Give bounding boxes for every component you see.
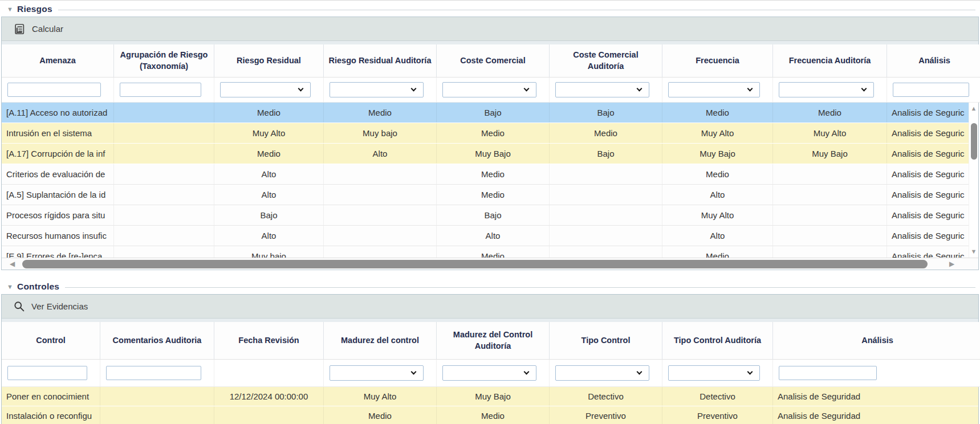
controles-section-header: ▼ Controles — [0, 279, 980, 294]
filter-select-5[interactable] — [442, 365, 536, 381]
table-row[interactable]: Instalación o reconfiguMedioMedioPrevent… — [2, 406, 978, 424]
cell: Medio — [324, 406, 437, 424]
cell: Muy Alto — [662, 205, 773, 225]
riesgos-column-headers: AmenazaAgrupación de Riesgo (Taxonomía)R… — [2, 44, 980, 78]
scroll-left-icon[interactable]: ◀ — [10, 259, 15, 269]
table-row[interactable]: [A.17] Corrupción de la infMedioAltoMuy … — [2, 144, 978, 164]
cell — [550, 185, 662, 205]
filter-input-9[interactable] — [893, 83, 969, 97]
cell: Medio — [662, 164, 773, 184]
calcular-button[interactable]: Calcular — [9, 23, 68, 35]
cell: Alto — [662, 226, 773, 246]
filter-cell — [662, 360, 773, 386]
cell: Analisis de Seguridad — [773, 406, 978, 424]
section-title-riesgos: Riesgos — [17, 4, 52, 14]
column-header-7[interactable]: Frecuencia — [662, 44, 773, 77]
column-header-2[interactable]: Agrupación de Riesgo (Taxonomía) — [114, 44, 214, 77]
column-header-9[interactable]: Análisis — [887, 44, 980, 77]
cell: Analisis de Seguric — [887, 164, 978, 184]
horizontal-scrollbar[interactable]: ◀ ▶ — [2, 258, 978, 270]
collapse-icon[interactable]: ▼ — [7, 284, 17, 290]
column-header-2[interactable]: Comentarios Auditoria — [100, 322, 214, 359]
filter-cell — [214, 360, 324, 386]
filter-cell — [2, 78, 114, 102]
table-row[interactable]: [E.9] Errores de [re-]encaMuy bajoMedioM… — [2, 246, 978, 258]
table-row[interactable]: Intrusión en el sistemaMuy AltoMuy bajoM… — [2, 123, 978, 144]
chevron-down-icon — [637, 369, 643, 375]
filter-input-2[interactable] — [106, 366, 201, 380]
scroll-right-icon[interactable]: ▶ — [949, 259, 954, 269]
cell: Muy Alto — [324, 387, 437, 406]
filter-select-6[interactable] — [555, 365, 649, 381]
cell — [773, 226, 887, 246]
filter-select-7[interactable] — [668, 365, 760, 381]
riesgos-rows: [A.11] Acceso no autorizadMedioMedioBajo… — [2, 103, 978, 258]
column-header-4[interactable]: Riesgo Residual Auditoría — [324, 44, 437, 77]
table-row[interactable]: Recursos humanos insuficAltoAltoAltoAnal… — [2, 226, 978, 246]
search-icon — [13, 300, 25, 312]
filter-select-4[interactable] — [330, 365, 424, 381]
column-header-3[interactable]: Riesgo Residual — [214, 44, 324, 77]
chevron-down-icon — [861, 86, 867, 92]
scroll-up-icon[interactable]: ▲ — [971, 105, 977, 112]
column-header-5[interactable]: Coste Comercial — [437, 44, 550, 77]
ver-evidencias-button[interactable]: Ver Evidencias — [9, 300, 92, 312]
chevron-down-icon — [411, 369, 417, 375]
filter-cell — [550, 78, 662, 102]
column-header-8[interactable]: Frecuencia Auditoría — [773, 44, 887, 77]
cell: [E.9] Errores de [re-]enca — [2, 246, 114, 258]
filter-select-3[interactable] — [220, 82, 311, 97]
cell — [773, 246, 887, 258]
cell: Muy Alto — [662, 123, 773, 143]
filter-cell — [114, 78, 214, 102]
cell — [100, 387, 214, 406]
filter-input-2[interactable] — [120, 83, 201, 97]
cell: Medio — [214, 144, 324, 164]
scroll-down-icon[interactable]: ▼ — [971, 248, 977, 255]
cell — [324, 185, 437, 205]
vertical-scroll-thumb[interactable] — [971, 123, 977, 160]
filter-input-8[interactable] — [779, 366, 877, 380]
table-row[interactable]: [A.5] Suplantación de la idAltoMedioAlto… — [2, 185, 978, 205]
cell — [100, 406, 214, 424]
cell: Alto — [437, 226, 550, 246]
filter-cell — [2, 360, 100, 386]
chevron-down-icon — [524, 86, 530, 92]
column-header-1[interactable]: Amenaza — [2, 44, 114, 77]
table-row[interactable]: Criterios de evaluación deAltoMedioMedio… — [2, 164, 978, 185]
chevron-down-icon — [298, 86, 304, 92]
calcular-label: Calcular — [32, 24, 63, 34]
cell: Muy Bajo — [773, 144, 887, 164]
filter-cell — [437, 78, 550, 102]
filter-select-7[interactable] — [668, 82, 760, 97]
collapse-icon[interactable]: ▼ — [7, 6, 17, 13]
filter-input-1[interactable] — [7, 366, 87, 380]
filter-cell — [773, 78, 887, 102]
table-row[interactable]: [A.11] Acceso no autorizadMedioMedioBajo… — [2, 103, 978, 123]
column-header-6[interactable]: Tipo Control — [550, 322, 662, 359]
table-row[interactable]: Poner en conocimient12/12/2024 00:00:00M… — [2, 387, 978, 406]
cell: Bajo — [437, 103, 550, 123]
cell — [114, 103, 214, 123]
horizontal-scroll-thumb[interactable] — [22, 260, 928, 268]
column-header-7[interactable]: Tipo Control Auditoría — [662, 322, 773, 359]
filter-select-6[interactable] — [555, 82, 649, 97]
column-header-8[interactable]: Análisis — [773, 322, 980, 359]
filter-select-4[interactable] — [330, 82, 424, 97]
table-row[interactable]: Procesos rígidos para situBajoBajoMuy Al… — [2, 205, 978, 226]
filter-select-8[interactable] — [779, 82, 874, 97]
filter-select-5[interactable] — [442, 82, 536, 97]
ver-evidencias-label: Ver Evidencias — [31, 301, 88, 311]
vertical-scrollbar[interactable]: ▲ ▼ — [969, 103, 978, 258]
column-header-3[interactable]: Fecha Revisión — [214, 322, 324, 359]
column-header-4[interactable]: Madurez del control — [324, 322, 437, 359]
cell: Medio — [662, 103, 773, 123]
column-header-1[interactable]: Control — [2, 322, 100, 359]
cell: Muy bajo — [324, 123, 437, 143]
riesgos-panel: Calcular AmenazaAgrupación de Riesgo (Ta… — [1, 17, 979, 270]
cell: Preventivo — [662, 406, 773, 424]
column-header-6[interactable]: Coste Comercial Auditoría — [550, 44, 662, 77]
column-header-5[interactable]: Madurez del Control Auditoría — [437, 322, 550, 359]
section-title-controles: Controles — [17, 282, 59, 292]
filter-input-1[interactable] — [7, 83, 101, 97]
